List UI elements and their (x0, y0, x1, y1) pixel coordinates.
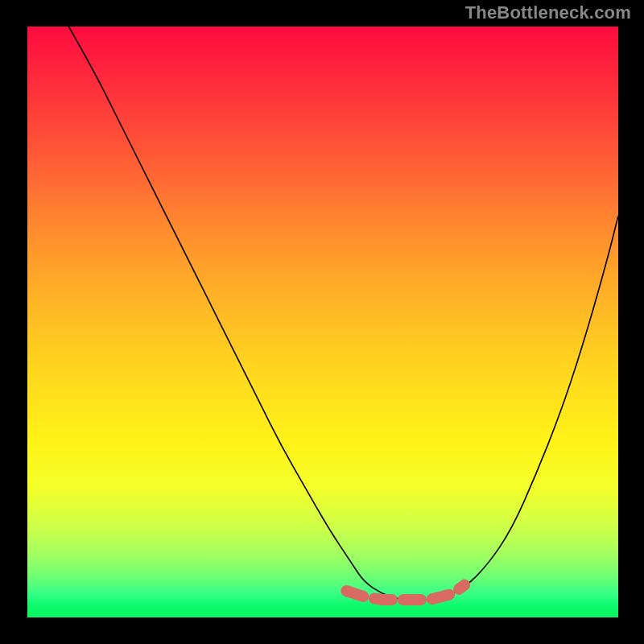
dashed-bottom-marker (346, 585, 464, 600)
plot-svg (27, 27, 618, 617)
bottleneck-curve (68, 27, 618, 600)
attribution-label: TheBottleneck.com (465, 2, 631, 23)
plot-area (27, 27, 618, 617)
chart-stage: TheBottleneck.com (0, 0, 644, 644)
